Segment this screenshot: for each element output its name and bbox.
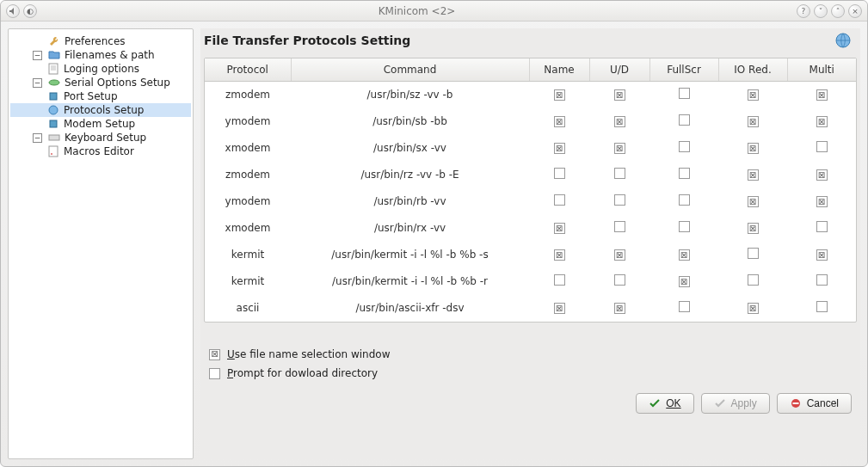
fullscr-cell[interactable]: [649, 162, 718, 188]
tree-item[interactable]: Loging options: [10, 62, 191, 76]
checkbox-icon[interactable]: ⊠: [816, 196, 828, 207]
column-header[interactable]: IO Red.: [718, 58, 787, 82]
iored-cell[interactable]: ⊠: [718, 295, 787, 322]
checkbox-icon[interactable]: [679, 194, 690, 206]
multi-cell[interactable]: ⊠: [787, 162, 856, 188]
table-row[interactable]: xmodem/usr/bin/sx -vv⊠⊠⊠: [205, 135, 856, 162]
checkbox-icon[interactable]: [748, 248, 759, 259]
name-cell[interactable]: ⊠: [529, 295, 589, 322]
ud-cell[interactable]: [589, 188, 649, 215]
name-cell[interactable]: ⊠: [529, 215, 589, 242]
ud-cell[interactable]: [589, 162, 649, 188]
tree-item[interactable]: −Filenames & path: [10, 48, 191, 62]
column-header[interactable]: Name: [529, 58, 589, 82]
checkbox-icon[interactable]: ⊠: [679, 276, 690, 287]
checkbox-icon[interactable]: [816, 274, 828, 286]
checkbox-icon[interactable]: ⊠: [816, 169, 828, 181]
multi-cell[interactable]: ⊠: [787, 242, 856, 268]
table-row[interactable]: ascii/usr/bin/ascii-xfr -dsv⊠⊠⊠: [205, 295, 856, 322]
tree-item[interactable]: −Serial Options Setup: [10, 76, 191, 89]
table-row[interactable]: kermit/usr/bin/kermit -i -l %l -b %b -s⊠…: [205, 242, 856, 268]
checkbox-icon[interactable]: ⊠: [614, 249, 625, 261]
column-header[interactable]: Protocol: [205, 58, 291, 82]
column-header[interactable]: U/D: [589, 58, 649, 82]
multi-cell[interactable]: ⊠: [787, 188, 856, 215]
checkbox-icon[interactable]: ⊠: [748, 196, 759, 207]
checkbox-icon[interactable]: ⊠: [554, 223, 565, 234]
checkbox-icon[interactable]: [748, 274, 759, 286]
checkbox-icon[interactable]: ⊠: [748, 143, 759, 154]
tree-item[interactable]: Port Setup: [10, 89, 191, 103]
checkbox-icon[interactable]: ⊠: [554, 116, 565, 127]
checkbox-icon[interactable]: [816, 221, 828, 232]
minimize-icon[interactable]: ˅: [814, 4, 828, 18]
checkbox-icon[interactable]: ⊠: [209, 349, 220, 360]
apply-button[interactable]: Apply: [701, 393, 770, 414]
name-cell[interactable]: ⊠: [529, 242, 589, 268]
fullscr-cell[interactable]: [649, 215, 718, 242]
sound-icon[interactable]: [6, 4, 20, 18]
table-row[interactable]: ymodem/usr/bin/sb -bb⊠⊠⊠⊠: [205, 108, 856, 135]
table-row[interactable]: kermit/usr/bin/kermit -i -l %l -b %b -r⊠: [205, 268, 856, 295]
name-cell[interactable]: [529, 268, 589, 295]
tree-item[interactable]: Preferences: [10, 34, 191, 48]
fullscr-cell[interactable]: ⊠: [649, 242, 718, 268]
app-menu-icon[interactable]: ◐: [23, 4, 37, 18]
checkbox-icon[interactable]: ⊠: [554, 249, 565, 261]
settings-tree[interactable]: Preferences−Filenames & pathLoging optio…: [8, 28, 194, 459]
table-row[interactable]: xmodem/usr/bin/rx -vv⊠⊠: [205, 215, 856, 242]
checkbox-icon[interactable]: ⊠: [748, 89, 759, 101]
checkbox-icon[interactable]: ⊠: [554, 303, 565, 314]
multi-cell[interactable]: [787, 295, 856, 322]
expander-icon[interactable]: −: [33, 133, 42, 143]
name-cell[interactable]: [529, 162, 589, 188]
multi-cell[interactable]: [787, 215, 856, 242]
checkbox-icon[interactable]: ⊠: [816, 116, 828, 127]
multi-cell[interactable]: [787, 268, 856, 295]
maximize-icon[interactable]: ˄: [831, 4, 845, 18]
checkbox-icon[interactable]: [679, 88, 690, 99]
checkbox-icon[interactable]: ⊠: [748, 169, 759, 181]
prompt-download-dir-option[interactable]: Prompt for dowload directory: [209, 367, 852, 379]
checkbox-icon[interactable]: ⊠: [748, 223, 759, 234]
checkbox-icon[interactable]: ⊠: [614, 143, 625, 154]
iored-cell[interactable]: ⊠: [718, 108, 787, 135]
tree-item[interactable]: Protocols Setup: [10, 103, 191, 117]
iored-cell[interactable]: ⊠: [718, 82, 787, 108]
checkbox-icon[interactable]: [679, 221, 690, 232]
ud-cell[interactable]: [589, 215, 649, 242]
fullscr-cell[interactable]: [649, 295, 718, 322]
checkbox-icon[interactable]: [554, 274, 565, 286]
checkbox-icon[interactable]: [679, 114, 690, 126]
checkbox-icon[interactable]: ⊠: [816, 249, 828, 261]
checkbox-icon[interactable]: ⊠: [614, 89, 625, 101]
checkbox-icon[interactable]: [209, 368, 220, 379]
ud-cell[interactable]: [589, 268, 649, 295]
checkbox-icon[interactable]: ⊠: [679, 249, 690, 261]
checkbox-icon[interactable]: [554, 168, 565, 179]
checkbox-icon[interactable]: [679, 141, 690, 152]
ud-cell[interactable]: ⊠: [589, 135, 649, 162]
checkbox-icon[interactable]: ⊠: [748, 303, 759, 314]
iored-cell[interactable]: ⊠: [718, 215, 787, 242]
iored-cell[interactable]: ⊠: [718, 135, 787, 162]
checkbox-icon[interactable]: ⊠: [816, 89, 828, 101]
multi-cell[interactable]: [787, 135, 856, 162]
checkbox-icon[interactable]: [679, 301, 690, 312]
iored-cell[interactable]: [718, 242, 787, 268]
ud-cell[interactable]: ⊠: [589, 295, 649, 322]
ud-cell[interactable]: ⊠: [589, 82, 649, 108]
tree-item[interactable]: Macros Editor: [10, 144, 191, 158]
multi-cell[interactable]: ⊠: [787, 82, 856, 108]
name-cell[interactable]: ⊠: [529, 82, 589, 108]
name-cell[interactable]: [529, 188, 589, 215]
use-filename-selection-option[interactable]: ⊠ Use file name selection window: [209, 348, 852, 360]
column-header[interactable]: Multi: [787, 58, 856, 82]
checkbox-icon[interactable]: ⊠: [614, 116, 625, 127]
tree-item[interactable]: −Keyboard Setup: [10, 131, 191, 144]
checkbox-icon[interactable]: [614, 168, 625, 179]
tree-item[interactable]: Modem Setup: [10, 117, 191, 131]
checkbox-icon[interactable]: ⊠: [554, 89, 565, 101]
fullscr-cell[interactable]: [649, 108, 718, 135]
close-icon[interactable]: ×: [848, 4, 862, 18]
